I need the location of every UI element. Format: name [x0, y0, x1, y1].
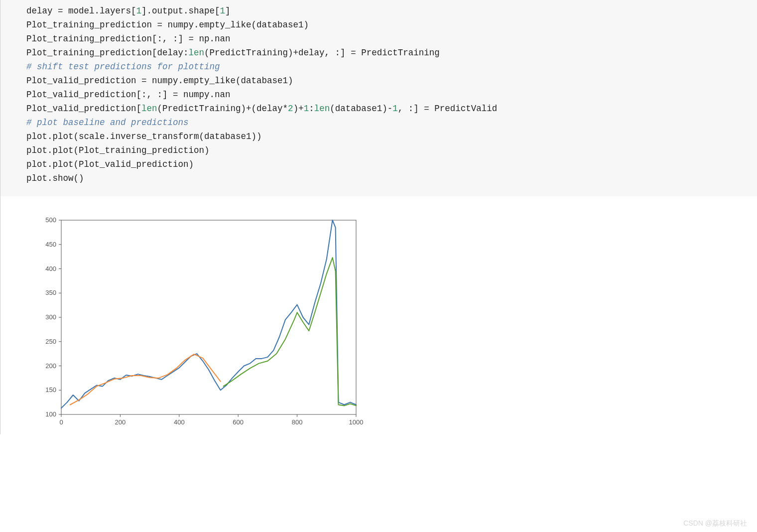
svg-text:350: 350 [45, 289, 56, 296]
code-line: Plot_training_prediction = numpy.empty_l… [26, 20, 309, 30]
y-axis: 100150200250300350400450500 [45, 216, 61, 418]
code-line: delay = model.layers[1].output.shape[1] [26, 6, 231, 16]
svg-text:100: 100 [45, 410, 56, 418]
svg-text:0: 0 [59, 418, 63, 426]
code-line: plot.plot(Plot_valid_prediction) [26, 159, 194, 169]
svg-text:300: 300 [45, 313, 56, 321]
svg-text:250: 250 [45, 338, 56, 345]
svg-text:200: 200 [115, 418, 126, 426]
svg-text:1000: 1000 [349, 418, 364, 426]
prediction-chart: 100150200250300350400450500 020040060080… [26, 210, 365, 434]
svg-text:150: 150 [45, 386, 56, 394]
code-line: plot.plot(scale.inverse_transform(databa… [26, 132, 262, 141]
code-cell: delay = model.layers[1].output.shape[1] … [0, 0, 757, 196]
code-line: Plot_training_prediction[:, :] = np.nan [26, 34, 231, 44]
svg-rect-0 [61, 220, 356, 414]
code-line: # shift test predictions for plotting [26, 62, 220, 72]
code-line: Plot_valid_prediction = numpy.empty_like… [26, 76, 293, 86]
svg-text:400: 400 [174, 418, 185, 426]
watermark: CSDN @荔枝科研社 [683, 519, 747, 528]
code-line: plot.show() [26, 173, 84, 183]
series-train_pred [70, 354, 221, 404]
code-line: # plot baseline and predictions [26, 118, 189, 128]
code-line: Plot_training_prediction[delay:len(Predi… [26, 48, 440, 58]
series-baseline [61, 220, 356, 408]
code-line: Plot_valid_prediction[len(PredictTrainin… [26, 104, 497, 114]
svg-text:450: 450 [45, 241, 56, 248]
svg-text:600: 600 [233, 418, 244, 426]
svg-text:200: 200 [45, 362, 56, 370]
svg-text:500: 500 [45, 216, 56, 224]
code-line: plot.plot(Plot_training_prediction) [26, 145, 210, 155]
code-line: Plot_valid_prediction[:, :] = numpy.nan [26, 90, 231, 100]
svg-text:400: 400 [45, 265, 56, 272]
output-area: 100150200250300350400450500 020040060080… [0, 196, 757, 434]
chart-frame [61, 220, 356, 414]
x-axis: 02004006008001000 [59, 414, 363, 426]
chart-series [61, 220, 356, 408]
svg-text:800: 800 [292, 418, 303, 426]
